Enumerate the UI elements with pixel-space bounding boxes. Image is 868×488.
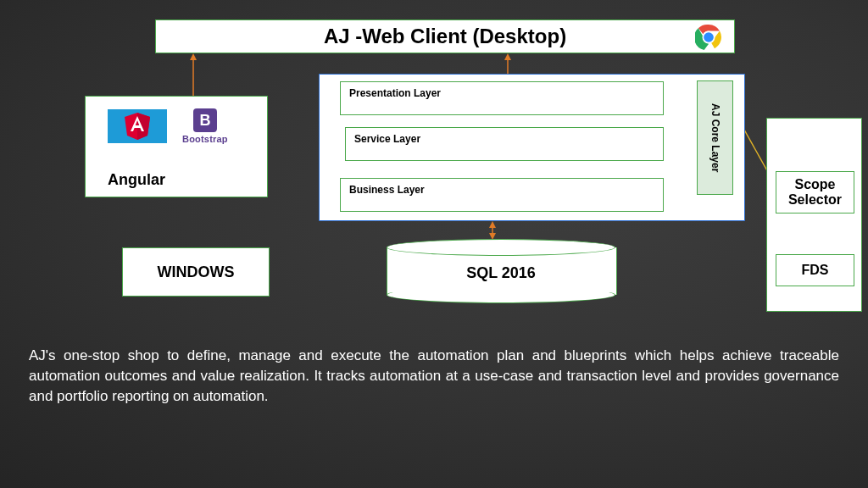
presentation-layer-box: Presentation Layer bbox=[340, 81, 664, 115]
angular-label: Angular bbox=[108, 171, 165, 189]
bootstrap-icon: B Bootstrap bbox=[182, 108, 228, 144]
scope-selector-box: Scope Selector bbox=[776, 171, 854, 214]
fds-label: FDS bbox=[802, 263, 829, 278]
windows-box: WINDOWS bbox=[122, 247, 270, 297]
arrow-mid-to-header bbox=[503, 53, 513, 74]
arrow-angular-to-header bbox=[188, 53, 198, 96]
aj-core-layer-label: AJ Core Layer bbox=[709, 103, 721, 172]
svg-marker-6 bbox=[504, 53, 511, 60]
description-text: AJ's one-stop shop to define, manage and… bbox=[29, 346, 839, 407]
svg-marker-8 bbox=[489, 221, 496, 228]
right-panel: Scope Selector FDS bbox=[766, 118, 862, 312]
svg-point-2 bbox=[704, 32, 714, 42]
sql-cylinder: SQL 2016 bbox=[387, 239, 615, 303]
chrome-icon bbox=[695, 24, 722, 56]
angular-icon bbox=[108, 109, 167, 143]
header-bar: AJ -Web Client (Desktop) bbox=[155, 19, 735, 53]
sql-label: SQL 2016 bbox=[387, 264, 615, 282]
service-layer-box: Service Layer bbox=[345, 127, 664, 161]
header-title: AJ -Web Client (Desktop) bbox=[324, 25, 566, 48]
fds-box: FDS bbox=[776, 254, 854, 286]
layers-card: Presentation Layer Service Layer Busines… bbox=[319, 74, 745, 221]
arrow-sql-to-mid bbox=[487, 221, 498, 240]
scope-selector-label: Scope Selector bbox=[776, 177, 854, 208]
aj-core-layer-box: AJ Core Layer bbox=[697, 80, 733, 195]
windows-label: WINDOWS bbox=[158, 263, 235, 281]
bootstrap-b-glyph: B bbox=[199, 112, 210, 130]
angular-card: B Bootstrap Angular bbox=[85, 96, 268, 197]
business-layer-box: Business Layer bbox=[340, 178, 664, 212]
bootstrap-label: Bootstrap bbox=[182, 134, 228, 144]
svg-marker-4 bbox=[190, 53, 197, 60]
